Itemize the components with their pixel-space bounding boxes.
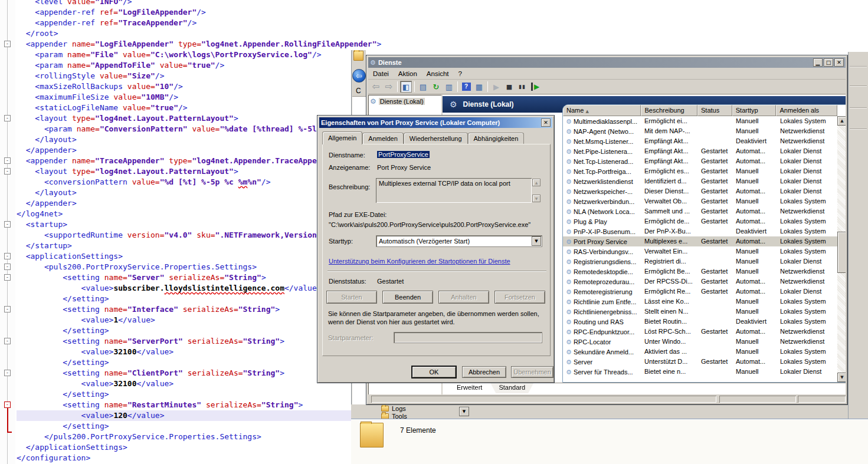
column-header-beschreibung[interactable]: Beschreibung	[641, 105, 697, 116]
table-row[interactable]: ⚙Richtlinie zum Entfe...Lässt eine Ko...…	[563, 297, 837, 307]
toolbar-refresh-icon[interactable]: ↻	[430, 81, 442, 93]
close-button[interactable]: ✕	[834, 58, 844, 67]
table-row[interactable]: ⚙Multimediaklassenpl...Ermöglicht ei...M…	[563, 116, 837, 126]
code-line[interactable]: </root>	[17, 28, 868, 39]
toolbar-pause-service-icon[interactable]: ▮▮	[516, 81, 528, 93]
table-row[interactable]: ⚙RPC-LocatorUnter Windo...ManuellNetzwer…	[563, 337, 837, 347]
fold-toggle-icon[interactable]: -	[4, 338, 11, 344]
explorer-dropdown-button[interactable]: ▼	[459, 407, 469, 416]
scroll-thumb[interactable]	[837, 232, 846, 273]
beenden-button[interactable]: Beenden	[382, 291, 433, 304]
scroll-up-button[interactable]: ▲	[837, 116, 846, 126]
toolbar-back-icon[interactable]: ⇦	[370, 81, 382, 93]
folder-item-logs[interactable]: Logs	[381, 405, 406, 412]
table-row[interactable]: ⚙Server für Threads...Bietet eine n...Ma…	[563, 367, 837, 377]
fold-toggle-icon[interactable]: -	[4, 168, 11, 175]
starten-button[interactable]: Starten	[326, 291, 377, 304]
table-row[interactable]: ⚙Registrierungsdiens...Registriert di...…	[563, 256, 837, 266]
view-tab-standard[interactable]: Standard	[490, 383, 533, 393]
beschreibung-field[interactable]: Multiplexes external TCP/IP data on loca…	[376, 178, 532, 203]
fold-toggle-icon[interactable]: -	[4, 274, 11, 281]
view-tab-erweitert[interactable]: Erweitert	[448, 383, 490, 393]
tab-allgemein[interactable]: Allgemein	[322, 131, 362, 144]
toolbar-stop-service-icon[interactable]: ■	[503, 81, 515, 93]
toolbar-export-list-icon[interactable]: ▥	[443, 81, 455, 93]
combo-dropdown-icon[interactable]: ▼	[532, 236, 541, 246]
table-row[interactable]: ⚙Richtlinienergebniss...Stellt einen N..…	[563, 307, 837, 317]
fold-toggle-icon[interactable]: -	[4, 157, 11, 164]
table-row[interactable]: ⚙RemoteregistrierungErmöglicht Re...Gest…	[563, 287, 837, 297]
column-header-status[interactable]: Status	[697, 105, 732, 116]
uebernehmen-button[interactable]: Übernehmen	[511, 366, 553, 378]
fold-toggle-icon[interactable]: -	[4, 264, 11, 270]
table-row[interactable]: ⚙Netzwerkverbindun...Verwaltet Ob...Gest…	[563, 196, 837, 206]
folder-item-tools[interactable]: Tools	[381, 413, 407, 419]
services-title-bar[interactable]: ⚙ Dienste ▁ □ ✕	[368, 57, 846, 68]
column-header-name[interactable]: Name ▲	[563, 105, 641, 116]
beschreibung-scrollbar[interactable]: ▲ ▼	[532, 179, 541, 202]
code-line[interactable]: <appender name="LogFileAppender" type="l…	[17, 39, 868, 50]
fold-toggle-icon[interactable]: -	[4, 370, 11, 376]
toolbar-forward-icon[interactable]: ⇨	[383, 81, 395, 93]
table-row[interactable]: ⚙Sekundäre Anmeld...Aktiviert das ...Man…	[563, 347, 837, 357]
starttyp-combobox[interactable]: Automatisch (Verzögerter Start) ▼	[376, 235, 542, 247]
toolbar-console-tree-icon[interactable]: ◧	[400, 81, 412, 93]
table-row[interactable]: ⚙Net.Tcp-Portfreiga...Ermöglicht es...Ge…	[563, 166, 837, 176]
table-row[interactable]: ⚙Routing und RASBietet Routin...Deaktivi…	[563, 317, 837, 327]
maximize-button[interactable]: □	[824, 58, 833, 67]
startparameter-input[interactable]	[394, 332, 542, 343]
toolbar-restart-service-icon[interactable]: ▶	[529, 81, 541, 93]
ok-button[interactable]: OK	[412, 366, 456, 378]
toolbar-show-hide-tree-icon[interactable]: ▦	[473, 81, 485, 93]
explorer-back-button[interactable]: ⇦	[352, 69, 366, 83]
menu-item-ansicht[interactable]: Ansicht	[422, 70, 454, 78]
table-row[interactable]: ⚙Net.Pipe-Listenera...Empfängt Akt...Ges…	[563, 146, 837, 156]
scroll-up-button[interactable]: ▲	[532, 179, 541, 186]
column-header-anmelden-als[interactable]: Anmelden als	[776, 105, 837, 116]
tab-abhaengigkeiten[interactable]: Abhängigkeiten	[468, 133, 525, 144]
editor-gutter[interactable]: ------------	[0, 0, 15, 464]
tab-anmelden[interactable]: Anmelden	[362, 133, 404, 144]
table-row[interactable]: ⚙Plug & PlayErmöglicht de...GestartetAut…	[563, 216, 837, 226]
table-row[interactable]: ⚙NetzwerklistendienstIdentifiziert d...G…	[563, 176, 837, 186]
toolbar-list-view-icon[interactable]: ▤	[417, 81, 429, 93]
fold-toggle-icon[interactable]: -	[4, 41, 11, 47]
table-row[interactable]: ⚙Port Proxy ServiceMultiplexes e...Gesta…	[563, 236, 837, 246]
tab-wiederherstellung[interactable]: Wiederherstellung	[404, 133, 468, 144]
list-scrollbar[interactable]: ▲ ▼	[837, 116, 846, 382]
toolbar-start-service-icon[interactable]: ▶	[490, 81, 502, 93]
code-line[interactable]: <appender-ref ref="LogFileAppender"/>	[17, 7, 868, 18]
fold-toggle-icon[interactable]: -	[4, 115, 11, 121]
fold-toggle-icon[interactable]: -	[4, 221, 11, 228]
dialog-title-bar[interactable]: Eigenschaften von Port Proxy Service (Lo…	[319, 117, 552, 128]
code-line[interactable]: <appender-ref ref="TraceAppender"/>	[17, 18, 868, 28]
column-header-starttyp[interactable]: Starttyp	[732, 105, 777, 116]
table-row[interactable]: ⚙Net.Tcp-Listenerad...Empfängt Akt...Ges…	[563, 156, 837, 166]
minimize-button[interactable]: ▁	[813, 58, 823, 67]
table-row[interactable]: ⚙RPC-Endpunktzuor...Löst RPC-Sch...Gesta…	[563, 327, 837, 337]
fold-toggle-icon[interactable]: -	[4, 402, 11, 408]
table-row[interactable]: ⚙NLA (Network Loca...Sammelt und ...Gest…	[563, 206, 837, 216]
tree-node-dienste-lokal[interactable]: ⚙ Dienste (Lokal)	[368, 95, 441, 108]
table-row[interactable]: ⚙RAS-Verbindungsv...Verwaltet Ein...Manu…	[563, 246, 837, 256]
table-row[interactable]: ⚙ServerUnterstützt D...GestartetAutomat.…	[563, 357, 837, 367]
menu-item-datei[interactable]: Datei	[368, 70, 394, 78]
dienstname-value[interactable]: PortProxyService	[377, 151, 430, 158]
fold-toggle-icon[interactable]: -	[4, 253, 11, 259]
fortsetzen-button[interactable]: Fortsetzen	[494, 291, 545, 304]
table-row[interactable]: ⚙NAP-Agent (Netwo...Mit dem NAP-...Manue…	[563, 126, 837, 136]
scroll-down-button[interactable]: ▼	[532, 195, 541, 202]
abbrechen-button[interactable]: Abbrechen	[462, 366, 506, 378]
fold-toggle-icon[interactable]: -	[4, 306, 11, 312]
code-line[interactable]: <level value="INFO"/>	[17, 0, 868, 7]
anhalten-button[interactable]: Anhalten	[438, 291, 489, 304]
table-row[interactable]: ⚙Net.Msmq-Listener...Empfängt Akt...Deak…	[563, 136, 837, 146]
scroll-down-button[interactable]: ▼	[837, 373, 846, 382]
table-row[interactable]: ⚙PnP-X-IP-Busenum...Der PnP-X-Bu...Deakt…	[563, 226, 837, 236]
toolbar-help-icon[interactable]: ?	[460, 81, 472, 93]
menu-item-[interactable]: ?	[454, 70, 467, 78]
table-row[interactable]: ⚙Remotedesktopdie...Ermöglicht Be...Gest…	[563, 266, 837, 277]
startoptions-help-link[interactable]: Unterstützung beim Konfigurieren der Sta…	[329, 258, 510, 265]
table-row[interactable]: ⚙Netzwerkspeicher-...Dieser Dienst...Ges…	[563, 186, 837, 196]
table-row[interactable]: ⚙Remoteprozedurau...Der RPCSS-Di...Gesta…	[563, 277, 837, 287]
